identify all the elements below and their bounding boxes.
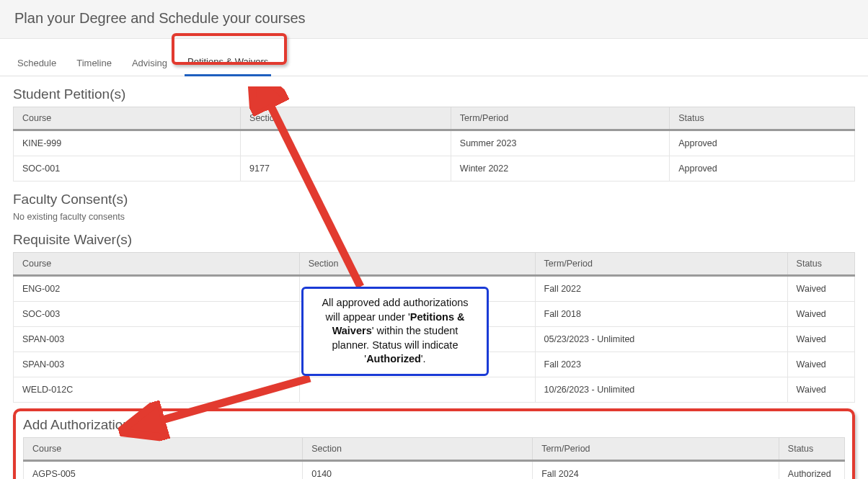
cell-course: WELD-012C (14, 377, 300, 403)
table-row: KINE-999 Summer 2023 Approved (14, 130, 855, 156)
col-section: Section (241, 107, 451, 130)
faculty-consent-empty: No existing faculty consents (13, 212, 855, 222)
cell-section (299, 377, 535, 403)
cell-section (241, 130, 451, 156)
tab-petitions-waivers[interactable]: Petitions & Waivers (185, 52, 271, 76)
tab-schedule[interactable]: Schedule (14, 53, 59, 76)
col-status: Status (670, 107, 855, 130)
requisite-title: Requisite Waiver(s) (13, 232, 855, 248)
faculty-consent-title: Faculty Consent(s) (13, 192, 855, 207)
cell-status: Waived (787, 377, 854, 403)
col-course: Course (24, 438, 303, 461)
cell-course: AGPS-005 (24, 461, 303, 480)
cell-term: Fall 2022 (535, 276, 787, 302)
content: Student Petition(s) Course Section Term/… (0, 86, 868, 479)
col-section: Section (299, 253, 535, 276)
col-term: Term/Period (533, 438, 779, 461)
tabs: Schedule Timeline Advising Petitions & W… (0, 39, 868, 76)
col-course: Course (14, 253, 300, 276)
callout-strong2: Authorized (366, 353, 421, 364)
col-status: Status (779, 438, 844, 461)
add-auth-table: Course Section Term/Period Status AGPS-0… (23, 437, 845, 479)
cell-section: 0140 (303, 461, 533, 480)
cell-status: Waived (787, 276, 854, 302)
cell-term: Fall 2018 (535, 302, 787, 327)
cell-status: Approved (670, 130, 855, 156)
tab-advising[interactable]: Advising (129, 53, 170, 76)
cell-term: Summer 2023 (451, 130, 669, 156)
cell-status: Approved (670, 156, 855, 182)
tab-timeline[interactable]: Timeline (74, 53, 115, 76)
col-section: Section (303, 438, 533, 461)
col-term: Term/Period (451, 107, 669, 130)
add-auth-title: Add Authorization(s) (23, 417, 845, 433)
page-title: Plan your Degree and Schedule your cours… (14, 10, 854, 27)
add-auth-highlight: Add Authorization(s) Course Section Term… (13, 408, 855, 479)
callout-text3: '. (421, 353, 426, 364)
cell-course: SPAN-003 (14, 327, 300, 352)
cell-status: Waived (787, 327, 854, 352)
cell-course: SPAN-003 (14, 352, 300, 377)
add-auth-header-row: Course Section Term/Period Status (24, 438, 845, 461)
cell-term: 10/26/2023 - Unlimited (535, 377, 787, 403)
callout-annotation: All approved add authorizations will app… (301, 287, 489, 376)
col-term: Term/Period (535, 253, 787, 276)
table-row: SOC-001 9177 Winter 2022 Approved (14, 156, 855, 182)
petitions-table: Course Section Term/Period Status KINE-9… (13, 107, 855, 182)
cell-section: 9177 (241, 156, 451, 182)
cell-course: ENG-002 (14, 276, 300, 302)
requisite-header-row: Course Section Term/Period Status (14, 253, 855, 276)
cell-status: Waived (787, 352, 854, 377)
table-row: AGPS-005 0140 Fall 2024 Authorized (24, 461, 845, 480)
page-header: Plan your Degree and Schedule your cours… (0, 0, 868, 39)
petitions-header-row: Course Section Term/Period Status (14, 107, 855, 130)
cell-term: 05/23/2023 - Unlimited (535, 327, 787, 352)
col-status: Status (787, 253, 854, 276)
cell-term: Fall 2024 (533, 461, 779, 480)
cell-course: SOC-001 (14, 156, 241, 182)
cell-status: Waived (787, 302, 854, 327)
col-course: Course (14, 107, 241, 130)
cell-course: KINE-999 (14, 130, 241, 156)
cell-status: Authorized (779, 461, 844, 480)
cell-term: Fall 2023 (535, 352, 787, 377)
cell-course: SOC-003 (14, 302, 300, 327)
cell-term: Winter 2022 (451, 156, 669, 182)
table-row: WELD-012C 10/26/2023 - Unlimited Waived (14, 377, 855, 403)
petitions-title: Student Petition(s) (13, 86, 855, 102)
